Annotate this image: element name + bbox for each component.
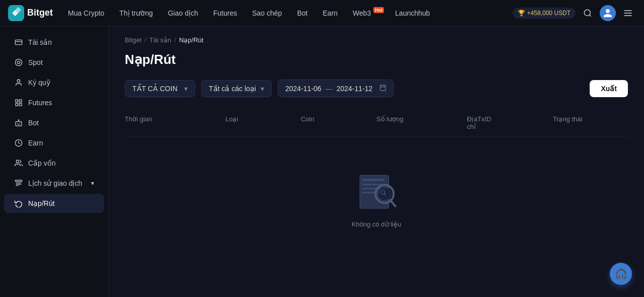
empty-text: Không có dữ liệu xyxy=(352,220,401,228)
svg-rect-17 xyxy=(15,180,22,182)
bitget-logo-icon xyxy=(8,5,24,21)
col-status: Trạng thái xyxy=(553,115,643,130)
breadcrumb: Bitget / Tài sản / Nạp/Rút xyxy=(125,36,628,44)
svg-rect-12 xyxy=(19,103,22,106)
nav-item-sao-chep[interactable]: Sao chép xyxy=(246,6,288,20)
col-coin: Coin xyxy=(301,115,376,130)
breadcrumb-sep-2: / xyxy=(174,36,176,44)
type-filter[interactable]: Tất cả các loại ▾ xyxy=(201,80,272,97)
svg-line-29 xyxy=(390,200,395,206)
reward-badge[interactable]: 🏆 +458,000 USDT xyxy=(513,8,576,19)
logo[interactable]: Bitget xyxy=(8,5,53,21)
sidebar-item-lich-su[interactable]: Lịch sử giao dịch ▾ xyxy=(4,174,104,193)
sidebar: Tài sản Spot Ký quỹ xyxy=(0,26,109,297)
cap-von-icon xyxy=(14,159,23,168)
coin-filter[interactable]: TẤT CẢ COIN ▾ xyxy=(125,80,195,97)
svg-point-14 xyxy=(18,120,19,120)
svg-point-1 xyxy=(584,10,590,16)
empty-state-illustration xyxy=(351,167,401,212)
logo-text: Bitget xyxy=(27,8,53,18)
svg-rect-11 xyxy=(16,103,18,106)
svg-rect-23 xyxy=(362,179,384,181)
coin-filter-arrow: ▾ xyxy=(184,85,188,93)
col-txid: TxID xyxy=(477,115,553,130)
earn-icon xyxy=(14,138,23,147)
sidebar-label-futures: Futures xyxy=(28,99,52,107)
svg-rect-24 xyxy=(362,184,380,185)
page-title: Nạp/Rút xyxy=(125,52,628,67)
main-content: Bitget / Tài sản / Nạp/Rút Nạp/Rút TẤT C… xyxy=(109,26,644,297)
sidebar-item-ky-quy[interactable]: Ký quỹ xyxy=(4,73,104,92)
user-avatar[interactable] xyxy=(600,5,616,21)
svg-rect-10 xyxy=(19,100,22,102)
sidebar-item-cap-von[interactable]: Cấp vốn xyxy=(4,154,104,173)
svg-rect-18 xyxy=(380,85,386,91)
body-wrap: Tài sản Spot Ký quỹ xyxy=(0,26,644,297)
empty-state: Không có dữ liệu xyxy=(125,137,628,248)
type-filter-arrow: ▾ xyxy=(261,85,264,93)
svg-rect-5 xyxy=(15,40,22,44)
breadcrumb-bitget[interactable]: Bitget xyxy=(125,36,141,44)
date-to: 2024-11-12 xyxy=(337,85,373,93)
svg-rect-26 xyxy=(362,192,376,193)
wallet-icon xyxy=(14,38,23,47)
sidebar-label-spot: Spot xyxy=(28,58,43,66)
sidebar-label-tai-san: Tài sản xyxy=(28,38,52,46)
nav-item-futures[interactable]: Futures xyxy=(207,6,243,20)
sidebar-item-tai-san[interactable]: Tài sản xyxy=(4,33,104,52)
svg-point-8 xyxy=(17,80,20,82)
svg-point-7 xyxy=(17,61,20,63)
date-range-filter[interactable]: 2024-11-06 — 2024-11-12 xyxy=(278,80,394,97)
nav-item-earn[interactable]: Earn xyxy=(316,6,344,20)
sidebar-item-futures[interactable]: Futures xyxy=(4,93,104,112)
date-separator: — xyxy=(326,85,333,93)
bot-icon xyxy=(14,118,23,127)
nap-rut-icon xyxy=(14,199,23,208)
calendar-icon xyxy=(379,84,386,93)
svg-point-16 xyxy=(16,160,19,163)
svg-rect-9 xyxy=(16,100,18,102)
sidebar-item-nap-rut[interactable]: Nạp/Rút xyxy=(4,194,104,213)
nav-item-web3[interactable]: Web3 Hot xyxy=(347,6,386,20)
nav-item-thi-truong[interactable]: Thị trường xyxy=(113,6,158,20)
menu-button[interactable] xyxy=(620,5,636,21)
spot-icon xyxy=(14,58,23,67)
export-button[interactable]: Xuất xyxy=(590,80,628,97)
breadcrumb-tai-san[interactable]: Tài sản xyxy=(149,36,171,44)
headset-icon: 🎧 xyxy=(615,268,627,280)
coin-filter-label: TẤT CẢ COIN xyxy=(132,85,178,93)
futures-icon xyxy=(14,98,23,107)
search-button[interactable] xyxy=(580,5,596,21)
nav-item-launchhub[interactable]: Launchhub xyxy=(389,6,436,20)
support-button[interactable]: 🎧 xyxy=(610,263,632,285)
sidebar-item-earn[interactable]: Earn xyxy=(4,133,104,153)
sidebar-label-cap-von: Cấp vốn xyxy=(28,159,56,167)
nav-right: 🏆 +458,000 USDT xyxy=(513,5,636,21)
table-header: Thời gian Loại Coin Số lượng Địa chỉ TxI… xyxy=(125,109,628,137)
sidebar-label-bot: Bot xyxy=(28,119,39,127)
reward-icon: 🏆 xyxy=(518,10,525,17)
filters-row: TẤT CẢ COIN ▾ Tất cả các loại ▾ 2024-11-… xyxy=(125,80,628,97)
sidebar-label-nap-rut: Nạp/Rút xyxy=(28,199,55,207)
nav-item-giao-dich[interactable]: Giao dịch xyxy=(162,6,204,20)
svg-point-6 xyxy=(15,59,22,65)
breadcrumb-sep-1: / xyxy=(144,36,146,44)
svg-rect-13 xyxy=(16,121,22,126)
col-amount: Số lượng xyxy=(376,115,467,130)
sidebar-label-ky-quy: Ký quỹ xyxy=(28,79,50,87)
nav-item-mua-crypto[interactable]: Mua Crypto xyxy=(62,6,110,20)
chevron-down-icon: ▾ xyxy=(91,180,94,187)
type-filter-label: Tất cả các loại xyxy=(209,85,256,93)
sidebar-label-lich-su: Lịch sử giao dịch xyxy=(28,179,82,187)
sidebar-item-bot[interactable]: Bot xyxy=(4,113,104,132)
sidebar-item-spot[interactable]: Spot xyxy=(4,53,104,72)
col-time: Thời gian xyxy=(125,115,225,130)
history-icon xyxy=(14,179,23,188)
nav-item-bot[interactable]: Bot xyxy=(291,6,313,20)
hot-badge: Hot xyxy=(373,7,384,13)
topnav: Bitget Mua Crypto Thị trường Giao dịch F… xyxy=(0,0,644,26)
svg-rect-25 xyxy=(362,188,382,189)
date-from: 2024-11-06 xyxy=(285,85,321,93)
reward-text: +458,000 USDT xyxy=(527,10,571,17)
col-type: Loại xyxy=(225,115,301,130)
